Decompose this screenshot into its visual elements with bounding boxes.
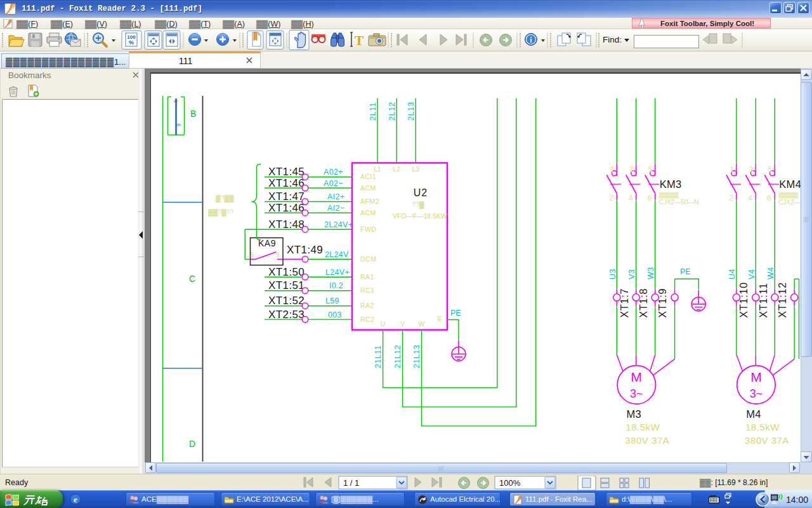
- svg-text:A02+: A02+: [324, 168, 343, 177]
- svg-text:4: 4: [748, 194, 752, 203]
- svg-text:PE: PE: [680, 267, 691, 276]
- svg-text:M: M: [631, 370, 643, 384]
- svg-text:D: D: [189, 439, 195, 449]
- svg-text:RA1: RA1: [360, 273, 374, 281]
- svg-text:5: 5: [648, 164, 653, 174]
- svg-text:XT1:9: XT1:9: [657, 288, 668, 318]
- svg-text:1: 1: [610, 164, 614, 174]
- svg-text:ACM: ACM: [360, 184, 376, 192]
- svg-text:▓▓▓▓▓: ▓▓▓▓▓: [659, 192, 679, 199]
- svg-text:L24V+: L24V+: [325, 268, 350, 277]
- svg-text:U2: U2: [414, 187, 428, 198]
- svg-text:L3: L3: [412, 165, 419, 173]
- svg-text:M: M: [750, 370, 762, 384]
- svg-text:C: C: [189, 274, 195, 284]
- svg-text:2L24V+: 2L24V+: [324, 220, 353, 229]
- svg-text:▓▓?▓??: ▓▓?▓??: [208, 208, 234, 217]
- svg-text:W: W: [419, 320, 425, 328]
- svg-text:T: T: [355, 32, 364, 48]
- svg-text:I0.2: I0.2: [329, 281, 343, 290]
- svg-text:6: 6: [648, 194, 652, 203]
- svg-text:XT1:52: XT1:52: [268, 295, 304, 307]
- svg-text:XT1:51: XT1:51: [268, 279, 304, 291]
- svg-text:m: m: [177, 123, 181, 127]
- svg-text:1: 1: [730, 164, 734, 174]
- svg-text:3: 3: [629, 164, 634, 174]
- svg-text:XT1:48: XT1:48: [268, 218, 304, 231]
- svg-text:KA9: KA9: [258, 238, 276, 248]
- svg-text:DCM: DCM: [360, 255, 376, 263]
- svg-text:RC2: RC2: [360, 316, 375, 323]
- svg-text:6: 6: [767, 194, 771, 203]
- svg-text:21L13: 21L13: [412, 345, 421, 368]
- svg-text:5: 5: [251, 251, 254, 258]
- svg-text:U4: U4: [728, 269, 737, 279]
- svg-text:L1: L1: [374, 165, 381, 173]
- svg-text:XT2:53: XT2:53: [268, 309, 304, 321]
- svg-text:CJX2—50—N: CJX2—50—N: [659, 199, 699, 206]
- svg-text:AI2−: AI2−: [327, 204, 344, 213]
- svg-text:FWD: FWD: [360, 225, 376, 233]
- svg-text:M4: M4: [746, 408, 761, 420]
- svg-text:2L13: 2L13: [407, 102, 416, 121]
- svg-text:2: 2: [609, 194, 613, 203]
- svg-text:100%: 100%: [499, 478, 521, 488]
- svg-text:2: 2: [729, 194, 733, 203]
- svg-text:U3: U3: [608, 269, 617, 279]
- svg-text:XT1:11: XT1:11: [758, 283, 769, 318]
- svg-text:XT1:47: XT1:47: [268, 190, 304, 203]
- svg-text:5: 5: [768, 164, 772, 174]
- svg-text:4: 4: [629, 194, 633, 203]
- svg-text:ACM: ACM: [360, 209, 376, 217]
- svg-text:21L11: 21L11: [374, 345, 383, 368]
- svg-text:380V 37A: 380V 37A: [745, 435, 789, 446]
- svg-text:2L24V: 2L24V: [325, 250, 349, 259]
- svg-text:??▓: ??▓: [412, 201, 424, 209]
- svg-text:W3: W3: [646, 267, 655, 279]
- svg-text:KM3: KM3: [660, 178, 682, 190]
- svg-text:2L12: 2L12: [388, 102, 396, 121]
- svg-text:003: 003: [328, 311, 342, 319]
- svg-text:L59: L59: [325, 297, 339, 305]
- svg-text:W4: W4: [766, 267, 775, 279]
- svg-text:4r: 4r: [174, 99, 178, 104]
- svg-text:RA2: RA2: [360, 302, 374, 309]
- svg-text:XT1:8: XT1:8: [638, 288, 649, 318]
- svg-text:RC1: RC1: [360, 286, 375, 294]
- svg-text:380V 37A: 380V 37A: [625, 435, 669, 446]
- svg-text:▓?▓▓: ▓?▓▓: [216, 194, 234, 203]
- svg-text:VFD—F—18.5KW: VFD—F—18.5KW: [393, 212, 447, 220]
- svg-text:ACI1: ACI1: [360, 173, 376, 180]
- svg-text:18.5kW: 18.5kW: [625, 422, 660, 432]
- svg-text:3~: 3~: [630, 387, 643, 400]
- svg-text:L2: L2: [393, 165, 400, 173]
- svg-text:B: B: [190, 109, 196, 119]
- svg-text:AFM2: AFM2: [360, 197, 379, 205]
- svg-text:AI2+: AI2+: [327, 192, 344, 201]
- svg-text:3: 3: [749, 164, 753, 174]
- svg-text:9: 9: [276, 251, 280, 258]
- svg-text:XT1:49: XT1:49: [287, 244, 323, 256]
- svg-text:V3: V3: [627, 269, 636, 279]
- svg-text:KM4: KM4: [779, 178, 801, 190]
- svg-text:e: e: [74, 495, 77, 504]
- svg-text:V: V: [400, 320, 405, 328]
- svg-text:%: %: [129, 39, 134, 46]
- svg-text:U: U: [381, 320, 386, 328]
- svg-text:A02−: A02−: [324, 179, 343, 188]
- svg-text:E: E: [438, 315, 442, 323]
- svg-text:3~: 3~: [750, 387, 763, 400]
- svg-text:XT1:12: XT1:12: [777, 282, 788, 318]
- svg-text:21L12: 21L12: [393, 345, 402, 368]
- svg-text:XT1:7: XT1:7: [619, 288, 630, 318]
- svg-text:XT1:46: XT1:46: [268, 177, 304, 189]
- svg-text:Find:: Find:: [603, 35, 622, 44]
- svg-text:2L11: 2L11: [369, 102, 377, 121]
- svg-text:XT1:45: XT1:45: [268, 166, 304, 178]
- svg-text:▓▓▓▓▓: ▓▓▓▓▓: [778, 192, 799, 199]
- svg-text:18.5kW: 18.5kW: [745, 422, 780, 432]
- svg-text:1 / 1: 1 / 1: [343, 478, 359, 488]
- svg-text:XT1:46: XT1:46: [268, 202, 304, 214]
- svg-text:PE: PE: [450, 309, 461, 318]
- svg-text:XT1:10: XT1:10: [738, 282, 749, 318]
